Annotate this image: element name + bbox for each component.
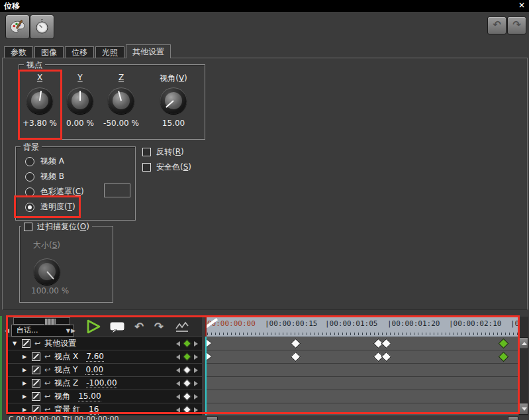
reset-default-icon[interactable]: ↩ (34, 340, 40, 347)
radio-icon[interactable] (25, 157, 34, 166)
next-keyframe-icon[interactable] (194, 381, 198, 386)
undo-button[interactable]: ↶ (487, 17, 506, 34)
flag-checkbox-row-2[interactable]: 安全色(S) (142, 160, 191, 175)
overscan-checkbox[interactable] (24, 223, 32, 231)
timeline-ruler[interactable]: 00:00:00:00|00:00:00:15|00:00:01:05|00:0… (205, 317, 518, 337)
timeline-row-label-3[interactable]: ▶↩视点 Y0.00 (7, 364, 202, 377)
reset-default-icon[interactable]: ↩ (44, 380, 50, 387)
keyframe-track-1[interactable] (205, 337, 518, 350)
reset-default-icon[interactable]: ↩ (44, 406, 50, 413)
radio-option-2[interactable]: 视频 B (16, 169, 134, 184)
vertical-scrollbar[interactable] (519, 317, 528, 415)
keyframe-diamond[interactable] (499, 339, 509, 349)
keyframe-diamond[interactable] (381, 339, 392, 349)
keyframe-track-6[interactable] (205, 403, 518, 415)
undo-keyframe-button[interactable]: ↶ (134, 321, 144, 333)
color-matte-swatch[interactable] (104, 184, 130, 197)
timeline-row-label-6[interactable]: ▶↩背景 红16 (7, 403, 202, 415)
row-enable-checkbox[interactable] (32, 352, 40, 361)
keyframe-diamond[interactable] (291, 352, 301, 362)
knob-dial[interactable] (26, 87, 53, 114)
preview-display-button[interactable] (109, 321, 126, 336)
next-keyframe-icon[interactable] (194, 407, 198, 413)
keyframe-track-4[interactable] (205, 377, 518, 390)
row-enable-checkbox[interactable] (22, 339, 30, 348)
timeline-row-label-4[interactable]: ▶↩视点 Z-100.00 (7, 377, 202, 390)
playhead-line[interactable] (205, 317, 207, 337)
row-value[interactable]: 7.60 (86, 352, 104, 362)
expander-icon[interactable]: ▶ (21, 380, 28, 386)
expander-icon[interactable]: ▼ (11, 341, 18, 346)
preset-dropdown[interactable]: 自话... ▼ (11, 325, 74, 337)
keyframe-track-5[interactable] (205, 390, 518, 403)
timeline-row-label-2[interactable]: ▶↩视点 X7.60 (7, 350, 202, 364)
radio-icon[interactable] (25, 203, 34, 212)
reset-default-icon[interactable]: ↩ (44, 366, 50, 374)
tab-1[interactable]: 参数 (4, 46, 33, 58)
start-keyframe-marker[interactable] (206, 339, 211, 347)
next-keyframe-icon[interactable] (194, 341, 198, 346)
tab-5[interactable]: 其他设置 (126, 44, 171, 58)
add-keyframe-icon[interactable] (183, 366, 191, 374)
add-keyframe-icon[interactable] (183, 405, 191, 414)
keyframe-diamond[interactable] (291, 339, 301, 349)
reset-default-icon[interactable]: ↩ (44, 393, 50, 400)
reset-default-icon[interactable]: ↩ (44, 353, 50, 360)
row-enable-checkbox[interactable] (32, 366, 40, 374)
checkbox-icon[interactable] (142, 163, 151, 172)
tab-3[interactable]: 位移 (65, 46, 94, 58)
row-value[interactable]: 0.00 (85, 365, 103, 375)
prev-keyframe-icon[interactable] (176, 341, 180, 346)
keyframe-diamond[interactable] (499, 352, 509, 362)
knob-dial[interactable] (67, 87, 93, 114)
expander-icon[interactable]: ▶ (21, 354, 28, 360)
next-keyframe-icon[interactable] (194, 354, 198, 360)
next-keyframe-icon[interactable] (194, 394, 198, 399)
expander-icon[interactable]: ▶ (21, 394, 28, 399)
row-enable-checkbox[interactable] (32, 392, 40, 401)
row-value[interactable]: 16 (89, 405, 99, 415)
radio-option-1[interactable]: 视频 A (16, 154, 134, 169)
add-keyframe-icon[interactable] (183, 379, 191, 388)
row-value[interactable]: -100.00 (86, 378, 117, 388)
timeline-zoom-slider[interactable] (13, 317, 70, 325)
redo-button[interactable]: ↷ (507, 17, 526, 34)
play-button[interactable] (85, 319, 101, 337)
tab-2[interactable]: 图像 (34, 46, 64, 58)
prev-keyframe-icon[interactable] (176, 354, 180, 360)
color-palette-button[interactable] (5, 15, 30, 39)
preset-prev-arrow[interactable]: ◀ (5, 327, 9, 334)
flag-checkbox-row-1[interactable]: 反转(R) (142, 144, 191, 160)
knob-dial[interactable] (108, 87, 134, 114)
radio-icon[interactable] (25, 187, 34, 197)
next-keyframe-icon[interactable] (194, 368, 198, 373)
checkbox-icon[interactable] (142, 148, 151, 156)
curve-view-button[interactable] (175, 321, 189, 335)
tab-4[interactable]: 光照 (95, 46, 124, 58)
prev-keyframe-icon[interactable] (176, 394, 180, 399)
timeline-row-label-1[interactable]: ▼↩其他设置 (7, 337, 202, 350)
prev-keyframe-icon[interactable] (176, 381, 180, 386)
keyframe-diamond[interactable] (381, 352, 392, 362)
expander-icon[interactable]: ▶ (21, 407, 28, 413)
add-keyframe-icon[interactable] (183, 392, 191, 401)
keyframe-track-3[interactable] (205, 364, 518, 377)
preset-next-arrow[interactable]: ▶ (71, 327, 75, 334)
start-keyframe-marker[interactable] (206, 352, 211, 360)
stopwatch-button[interactable] (30, 15, 54, 39)
redo-keyframe-button[interactable]: ↷ (154, 321, 164, 333)
keyframe-tracks[interactable] (205, 337, 518, 415)
add-keyframe-icon[interactable] (183, 339, 191, 348)
add-keyframe-icon[interactable] (183, 352, 191, 361)
keyframe-track-2[interactable] (205, 350, 518, 364)
row-enable-checkbox[interactable] (32, 379, 40, 388)
row-value[interactable]: 15.00 (78, 392, 101, 401)
prev-keyframe-icon[interactable] (176, 407, 180, 413)
knob-dial[interactable] (160, 87, 187, 114)
row-enable-checkbox[interactable] (32, 405, 40, 414)
radio-icon[interactable] (25, 172, 34, 182)
scroll-down-button[interactable] (519, 403, 528, 415)
prev-keyframe-icon[interactable] (176, 368, 180, 373)
scroll-up-button[interactable] (519, 337, 528, 349)
timeline-row-label-5[interactable]: ▶↩视角15.00 (7, 390, 202, 403)
